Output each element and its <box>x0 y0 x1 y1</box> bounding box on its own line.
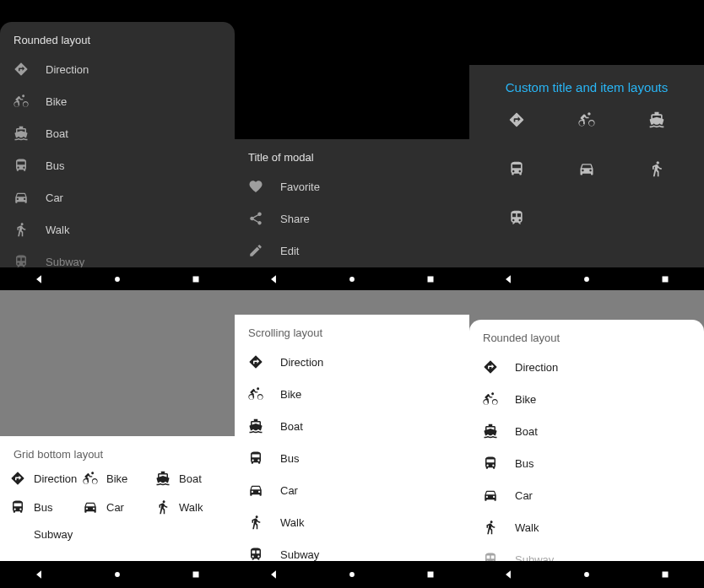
grid-item[interactable] <box>578 111 595 132</box>
nav-recent-icon[interactable] <box>425 273 436 285</box>
list-item[interactable]: Boat <box>235 410 469 442</box>
list-item-label: Boat <box>515 425 538 438</box>
grid-item-label: Bike <box>106 472 127 485</box>
bus-icon <box>10 499 25 515</box>
grid-item-label: Boat <box>179 472 202 485</box>
list-item[interactable]: Direction <box>469 351 704 383</box>
list-item[interactable]: Bike <box>469 383 704 415</box>
list-item[interactable]: Bus <box>0 149 235 181</box>
car-icon <box>578 160 595 177</box>
nav-home-icon[interactable] <box>111 273 123 285</box>
nav-home-icon[interactable] <box>111 569 123 580</box>
list-item[interactable]: Car <box>235 474 469 506</box>
nav-recent-icon[interactable] <box>425 569 436 580</box>
modal-dark-sheet: Title of modal Favorite Share Edit <box>235 139 469 267</box>
list-item[interactable]: Car <box>469 479 704 511</box>
icon-grid <box>469 106 704 238</box>
nav-home-icon[interactable] <box>346 569 358 580</box>
nav-back-icon[interactable] <box>33 569 45 580</box>
list-item[interactable]: Subway <box>235 538 469 561</box>
nav-home-icon[interactable] <box>581 569 593 580</box>
bike-icon <box>483 391 498 407</box>
rounded-light-sheet: Rounded layout Direction Bike Boat Bus C… <box>469 320 704 561</box>
grid-item[interactable]: Boat <box>155 471 225 486</box>
list-item[interactable]: Walk <box>0 213 235 245</box>
nav-back-icon[interactable] <box>33 273 45 285</box>
list-item-label: Bike <box>515 393 536 406</box>
custom-title: Custom title and item layouts <box>469 65 704 106</box>
list-item-label: Boat <box>280 420 303 433</box>
list-item-label: Car <box>280 484 298 497</box>
grid-item[interactable]: Car <box>83 499 152 515</box>
grid-item[interactable] <box>648 160 665 181</box>
rounded-dark-sheet: Rounded layout Direction Bike Boat Bus C… <box>0 22 235 267</box>
nav-home-icon[interactable] <box>581 273 593 285</box>
android-nav-bar <box>0 561 704 588</box>
list-item-label: Bus <box>280 452 299 465</box>
grid-item[interactable] <box>508 160 525 181</box>
list-item-label: Subway <box>515 553 554 562</box>
nav-recent-icon[interactable] <box>659 273 671 285</box>
list-item-label: Bike <box>46 95 67 108</box>
share-icon <box>248 211 263 226</box>
subway-icon <box>248 547 263 561</box>
android-nav-bar <box>0 267 704 290</box>
nav-recent-icon[interactable] <box>190 569 202 580</box>
nav-recent-icon[interactable] <box>659 569 671 580</box>
grid-item-label: Direction <box>34 472 77 485</box>
nav-home-icon[interactable] <box>346 273 358 285</box>
grid-item[interactable]: Walk <box>155 499 225 515</box>
list-item[interactable]: Subway <box>0 245 235 267</box>
grid-item[interactable]: Bus <box>10 499 79 515</box>
boat-icon <box>248 418 263 434</box>
nav-recent-icon[interactable] <box>190 273 202 285</box>
list-item-label: Edit <box>280 245 299 257</box>
car-icon <box>483 488 498 503</box>
nav-back-icon[interactable] <box>502 569 514 580</box>
grid-item[interactable] <box>648 111 665 132</box>
nav-back-icon[interactable] <box>268 569 279 580</box>
sheet-title: Title of modal <box>235 139 469 170</box>
list-item-label: Subway <box>46 256 84 268</box>
grid-item[interactable] <box>578 160 595 181</box>
grid-item[interactable]: Direction <box>10 471 79 486</box>
favorite-icon <box>248 179 263 194</box>
list-item-label: Direction <box>280 356 323 369</box>
bike-icon <box>83 471 98 486</box>
list-item[interactable]: Walk <box>235 506 469 538</box>
list-item[interactable]: Direction <box>0 53 235 85</box>
list-item-label: Car <box>46 192 63 204</box>
list-item[interactable]: Car <box>0 181 235 213</box>
list-item-label: Walk <box>515 521 539 534</box>
list-item[interactable]: Bike <box>235 378 469 410</box>
walk-icon <box>483 520 498 535</box>
list-item-label: Bike <box>280 388 301 401</box>
icon-grid: Direction Bike Boat Bus Car Walk Subway <box>0 467 235 548</box>
list-item[interactable]: Walk <box>469 511 704 543</box>
list-item[interactable]: Bike <box>0 85 235 117</box>
grid-item[interactable]: Subway <box>10 528 79 541</box>
list-item-label: Bus <box>46 159 64 172</box>
subway-icon <box>14 254 29 267</box>
list-item[interactable]: Subway <box>469 543 704 561</box>
list-item[interactable]: Favorite <box>235 170 469 202</box>
grid-item[interactable] <box>508 209 525 229</box>
grid-item[interactable] <box>508 111 525 132</box>
nav-back-icon[interactable] <box>268 273 279 285</box>
list-item-label: Bus <box>515 457 533 470</box>
grid-item[interactable]: Bike <box>83 471 152 486</box>
boat-icon <box>155 471 171 486</box>
boat-icon <box>483 423 498 439</box>
list-item[interactable]: Share <box>235 202 469 235</box>
list-item[interactable]: Bus <box>235 442 469 474</box>
list-item[interactable]: Edit <box>235 235 469 267</box>
list-item[interactable]: Direction <box>235 346 469 378</box>
nav-back-icon[interactable] <box>502 273 514 285</box>
direction-icon <box>483 359 498 375</box>
list-item[interactable]: Boat <box>0 117 235 149</box>
list-item[interactable]: Bus <box>469 447 704 479</box>
bus-icon <box>14 158 29 173</box>
sheet-title: Rounded layout <box>0 22 235 53</box>
list-item[interactable]: Boat <box>469 415 704 447</box>
direction-icon <box>10 471 25 486</box>
